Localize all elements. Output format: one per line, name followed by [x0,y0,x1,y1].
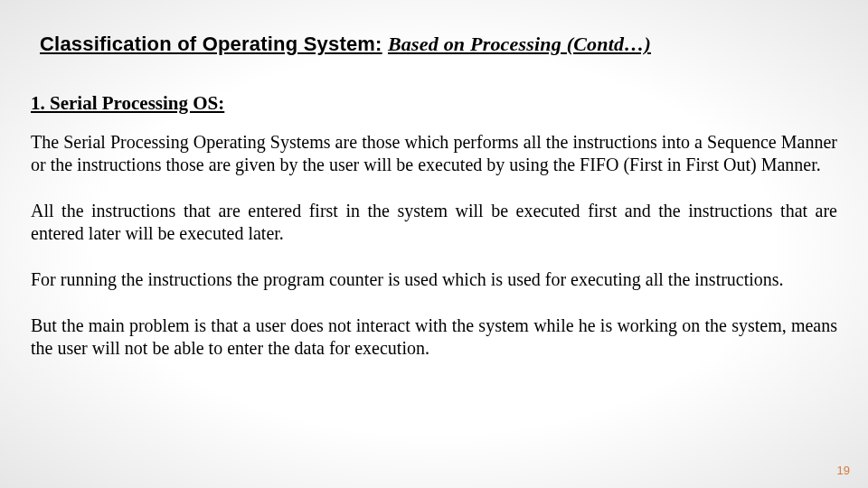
slide-title: Classification of Operating System: Base… [40,33,837,56]
paragraph-1: The Serial Processing Operating Systems … [31,131,837,176]
section-heading: 1. Serial Processing OS: [31,92,837,115]
page-number: 19 [837,464,850,477]
title-sub: Based on Processing (Contd…) [388,33,651,55]
title-main: Classification of Operating System: [40,33,382,55]
slide: Classification of Operating System: Base… [0,0,868,488]
paragraph-2: All the instructions that are entered fi… [31,200,837,245]
paragraph-4: But the main problem is that a user does… [31,314,837,360]
paragraph-3: For running the instructions the program… [31,268,837,291]
